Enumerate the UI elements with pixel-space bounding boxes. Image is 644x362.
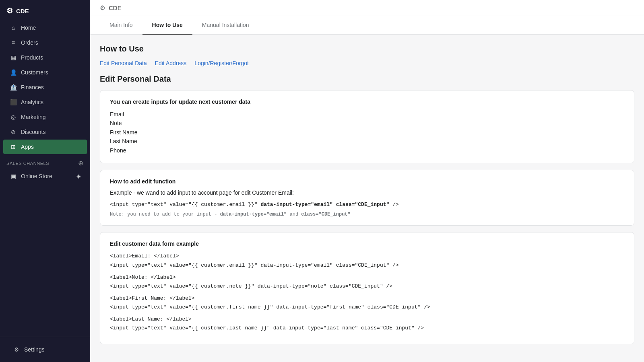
card1-field-item: First Name	[110, 128, 624, 137]
sidebar-nav: ⌂ Home ≡ Orders ▦ Products 👤 Customers 🏦…	[0, 20, 90, 337]
sidebar-item-orders[interactable]: ≡ Orders	[3, 35, 87, 50]
sidebar-item-home[interactable]: ⌂ Home	[3, 21, 87, 35]
sidebar-item-label: Customers	[21, 69, 48, 76]
app-title-icon: ⚙	[100, 4, 105, 12]
sidebar-item-online-store[interactable]: ▣ Online Store ◉	[3, 169, 87, 183]
app-title-text: CDE	[109, 4, 122, 11]
card2-note: Note: you need to add to your input - da…	[110, 212, 624, 217]
sub-link-login-register-forgot[interactable]: Login/Register/Forgot	[194, 60, 249, 66]
orders-icon: ≡	[10, 39, 17, 46]
card-personal-data-fields: You can create inputs for update next cu…	[100, 90, 634, 163]
sidebar-item-settings[interactable]: ⚙ Settings	[6, 342, 84, 357]
card-how-to-add: How to add edit function Example - we wa…	[100, 170, 634, 226]
main-content: ⚙ CDE Main InfoHow to UseManual Installa…	[90, 0, 644, 362]
code-label: <label>Note: </label>	[110, 273, 624, 282]
sidebar-item-label: Marketing	[21, 114, 45, 120]
app-title-bar: ⚙ CDE	[90, 0, 644, 16]
home-icon: ⌂	[10, 24, 17, 31]
sidebar-item-label: Home	[21, 25, 36, 31]
sidebar-item-label: Finances	[21, 84, 44, 90]
card3-heading: Edit customer data form example	[110, 241, 624, 247]
tab-main-info[interactable]: Main Info	[100, 16, 142, 35]
products-icon: ▦	[10, 54, 17, 61]
card1-field-list: EmailNoteFirst NameLast NamePhone	[110, 110, 624, 155]
card1-field-item: Phone	[110, 146, 624, 155]
card2-heading: How to add edit function	[110, 178, 624, 185]
sidebar-logo: ⚙ CDE	[0, 0, 90, 20]
sidebar-item-label: Orders	[21, 39, 38, 46]
tab-how-to-use[interactable]: How to Use	[142, 16, 192, 35]
sidebar-item-label: Apps	[21, 144, 34, 150]
sidebar-item-label: Analytics	[21, 99, 43, 105]
sub-link-edit-personal-data[interactable]: Edit Personal Data	[100, 60, 147, 66]
tab-manual-installation[interactable]: Manual Installation	[192, 16, 259, 35]
code-pair: <label>Email: </label> <input type="text…	[110, 252, 624, 269]
content-area: How to Use Edit Personal DataEdit Addres…	[90, 35, 644, 362]
sidebar-item-customers[interactable]: 👤 Customers	[3, 65, 87, 80]
customers-icon: 👤	[10, 69, 17, 76]
top-header: ⚙ CDE Main InfoHow to UseManual Installa…	[90, 0, 644, 35]
code-pair: <label>Note: </label> <input type="text"…	[110, 273, 624, 291]
add-sales-channel-icon[interactable]: ⊕	[78, 159, 84, 167]
card1-field-item: Last Name	[110, 137, 624, 146]
sidebar-item-discounts[interactable]: ⊘ Discounts	[3, 125, 87, 139]
sub-link-edit-address[interactable]: Edit Address	[155, 60, 187, 66]
code-input: <input type="text" value="{{ customer.fi…	[110, 303, 624, 312]
tabs-bar: Main InfoHow to UseManual Installation	[90, 16, 644, 34]
code-label: <label>Last Name: </label>	[110, 315, 624, 324]
sidebar-bottom: ⚙ Settings	[0, 337, 90, 362]
card-form-example: Edit customer data form example <label>E…	[100, 232, 634, 344]
finances-icon: 🏦	[10, 84, 17, 91]
sidebar-item-label: Discounts	[21, 129, 45, 135]
section-heading: How to Use	[100, 44, 634, 53]
analytics-icon: ⬛	[10, 99, 17, 106]
sidebar-item-apps[interactable]: ⊞ Apps	[3, 140, 87, 154]
sidebar-item-label: Settings	[24, 346, 45, 353]
discounts-icon: ⊘	[10, 128, 17, 136]
eye-icon[interactable]: ◉	[76, 173, 80, 179]
sidebar-item-products[interactable]: ▦ Products	[3, 50, 87, 65]
code-pair: <label>First Name: </label> <input type=…	[110, 294, 624, 312]
card2-code: <input type="text" value="{{ customer.em…	[110, 201, 624, 209]
sales-channels-label: Sales channels ⊕	[0, 154, 90, 169]
content-title: Edit Personal Data	[100, 74, 634, 84]
code-pair: <label>Last Name: </label> <input type="…	[110, 315, 624, 333]
code-label: <label>First Name: </label>	[110, 294, 624, 303]
sidebar-item-marketing[interactable]: ◎ Marketing	[3, 110, 87, 124]
marketing-icon: ◎	[10, 113, 17, 121]
code-input: <input type="text" value="{{ customer.no…	[110, 282, 624, 291]
logo-icon: ⚙	[6, 6, 13, 15]
gear-icon: ⚙	[13, 346, 20, 353]
code-label: <label>Email: </label>	[110, 252, 624, 261]
store-icon: ▣	[10, 173, 17, 180]
sidebar-item-finances[interactable]: 🏦 Finances	[3, 80, 87, 95]
card1-heading: You can create inputs for update next cu…	[110, 99, 624, 105]
card2-description: Example - we wand to add input to accoun…	[110, 189, 624, 196]
card1-field-item: Note	[110, 119, 624, 128]
sidebar: ⚙ CDE ⌂ Home ≡ Orders ▦ Products 👤 Custo…	[0, 0, 90, 362]
sales-channels-section: Sales channels ⊕ ▣ Online Store ◉	[0, 154, 90, 183]
logo-text: CDE	[16, 8, 29, 14]
sidebar-channel-label: Online Store	[21, 173, 52, 179]
sidebar-item-analytics[interactable]: ⬛ Analytics	[3, 95, 87, 109]
card3-code-block: <label>Email: </label> <input type="text…	[110, 252, 624, 333]
apps-icon: ⊞	[10, 143, 17, 150]
code-input: <input type="text" value="{{ customer.em…	[110, 261, 624, 270]
sidebar-item-label: Products	[21, 54, 43, 61]
card1-field-item: Email	[110, 110, 624, 119]
code-input: <input type="text" value="{{ customer.la…	[110, 324, 624, 333]
sub-links: Edit Personal DataEdit AddressLogin/Regi…	[100, 60, 634, 66]
